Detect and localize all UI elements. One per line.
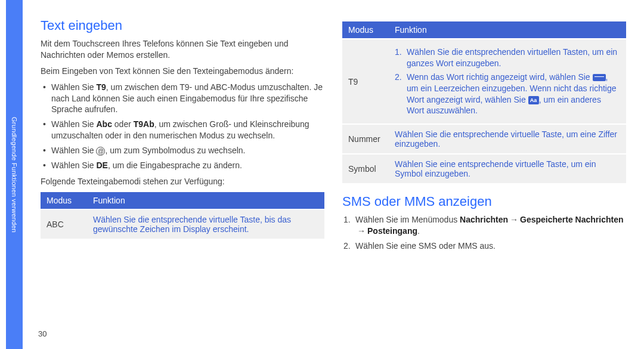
text: Wählen Sie	[51, 82, 96, 92]
page-number: 30	[38, 329, 47, 338]
text: Wählen Sie	[51, 119, 96, 129]
th-modus: Modus	[342, 21, 389, 39]
text: .	[417, 226, 420, 236]
left-column: Text eingeben Mit dem Touchscreen Ihres …	[41, 18, 324, 337]
arrow-icon: →	[355, 226, 367, 237]
bold-de: DE	[96, 160, 107, 170]
bold-abc: Abc	[96, 119, 112, 129]
th-funktion: Funktion	[87, 192, 324, 209]
list-item: Wählen Sie Abc oder T9Ab, um zwischen Gr…	[41, 119, 324, 141]
bold-nachrichten: Nachrichten	[460, 215, 508, 224]
at-icon: @	[96, 147, 105, 156]
right-column: Modus Funktion T9 Wählen Sie die entspre…	[342, 18, 626, 337]
side-tab-label: Grundlegende Funktionen verwenden	[11, 117, 18, 233]
bold-t9ab: T9Ab	[134, 119, 154, 129]
list-item: Wählen Sie T9, um zwischen dem T9- und A…	[41, 82, 324, 116]
steps-list: Wählen Sie im Menümodus Nachrichten→Gesp…	[342, 214, 626, 252]
cell-func: Wählen Sie die entsprechende virtuelle T…	[389, 124, 626, 154]
available-note: Folgende Texteingabemodi stehen zur Verf…	[41, 176, 324, 187]
space-icon	[593, 74, 606, 81]
text: Wählen Sie	[51, 160, 96, 170]
mode-table-right: Modus Funktion T9 Wählen Sie die entspre…	[342, 21, 626, 183]
cell-mode: Symbol	[342, 154, 389, 183]
mode-table-left: Modus Funktion ABC Wählen Sie die entspr…	[41, 192, 324, 239]
text: Wählen Sie	[51, 146, 96, 155]
cell-func: Wählen Sie eine entsprechende virtuelle …	[389, 154, 626, 183]
list-item: Wählen Sie im Menümodus Nachrichten→Gesp…	[342, 214, 626, 237]
text: oder	[112, 119, 134, 129]
cell-mode: Nummer	[342, 124, 389, 154]
sub-step: Wählen Sie die entsprechenden virtuellen…	[395, 47, 620, 69]
page-body: Text eingeben Mit dem Touchscreen Ihres …	[23, 0, 644, 349]
heading-text-eingeben: Text eingeben	[41, 18, 324, 33]
bullet-list: Wählen Sie T9, um zwischen dem T9- und A…	[41, 82, 324, 171]
list-item: Wählen Sie @, um zum Symbolmodus zu wech…	[41, 145, 324, 156]
cell-func: Wählen Sie die entsprechenden virtuellen…	[389, 39, 626, 124]
sub-step: Wenn das Wort richtig angezeigt wird, wä…	[395, 72, 620, 117]
table-row: T9 Wählen Sie die entsprechenden virtuel…	[342, 39, 626, 124]
text: , um zum Symbolmodus zu wechseln.	[105, 146, 245, 155]
th-funktion: Funktion	[389, 21, 626, 39]
intro-paragraph: Mit dem Touchscreen Ihres Telefons könne…	[41, 38, 324, 61]
heading-sms-mms: SMS oder MMS anzeigen	[342, 194, 626, 209]
text: Wenn das Wort richtig angezeigt wird, wä…	[407, 72, 593, 82]
bold-posteingang: Posteingang	[367, 226, 417, 236]
table-row: ABC Wählen Sie die entsprechende virtuel…	[41, 209, 324, 239]
text: , um die Eingabesprache zu ändern.	[108, 160, 242, 170]
cell-mode: ABC	[41, 209, 87, 239]
text: Wählen Sie im Menümodus	[355, 215, 460, 224]
bold-t9: T9	[96, 82, 106, 92]
arrow-icon: →	[508, 214, 520, 226]
aa-icon: Aa	[528, 96, 539, 104]
list-item: Wählen Sie DE, um die Eingabesprache zu …	[41, 160, 324, 171]
bold-gespeicherte: Gespeicherte Nachrichten	[520, 215, 624, 224]
th-modus: Modus	[41, 192, 87, 209]
cell-func: Wählen Sie die entsprechende virtuelle T…	[87, 209, 324, 239]
table-row: Nummer Wählen Sie die entsprechende virt…	[342, 124, 626, 154]
cell-mode: T9	[342, 39, 389, 124]
mode-note: Beim Eingeben von Text können Sie den Te…	[41, 66, 324, 77]
table-row: Symbol Wählen Sie eine entsprechende vir…	[342, 154, 626, 183]
side-tab: Grundlegende Funktionen verwenden	[6, 0, 23, 349]
list-item: Wählen Sie eine SMS oder MMS aus.	[342, 240, 626, 252]
